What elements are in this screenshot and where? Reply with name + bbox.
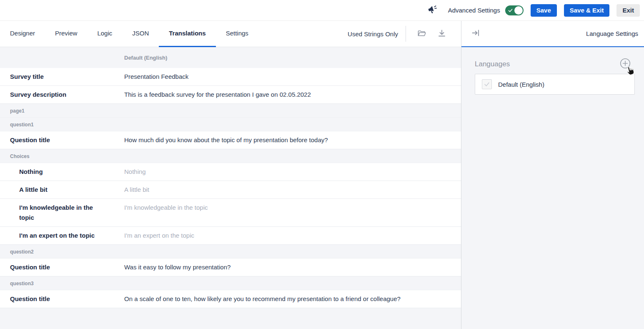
translation-row: I'm knowledgeable in the topicI'm knowle… [0,199,461,227]
group-row: question2 [0,245,461,259]
announcement-button[interactable] [427,4,438,16]
translation-value-input[interactable]: Nothing [114,163,461,181]
group-row: Choices [0,149,461,163]
add-language-button[interactable] [620,58,631,70]
toggle-knob [514,6,523,15]
language-settings-sidebar: Language Settings Languages Default (Eng… [461,21,644,329]
folder-icon [417,28,427,40]
translation-string-label: A little bit [0,181,114,198]
languages-title: Languages [475,60,510,68]
translation-value-input[interactable]: Presentation Feedback [114,68,461,85]
language-checkbox[interactable] [482,79,492,89]
languages-header-row: Languages [475,58,635,70]
main-panel: DesignerPreviewLogicJSONTranslationsSett… [0,21,461,329]
toolbar-divider [406,26,406,42]
translation-value-input[interactable]: A little bit [114,181,461,198]
export-csv-button[interactable] [432,28,452,40]
plus-circle-icon [620,58,631,70]
exit-button[interactable]: Exit [616,4,640,17]
megaphone-icon [427,4,438,16]
tab-bar-tabs: DesignerPreviewLogicJSONTranslationsSett… [0,21,258,47]
translation-value-input[interactable]: I'm an expert on the topic [114,227,461,244]
group-row: page1 [0,104,461,118]
language-item[interactable]: Default (English) [475,74,634,94]
tab-designer[interactable]: Designer [0,21,45,47]
translation-value-input[interactable]: On a scale of one to ten, how likely are… [114,290,461,308]
translation-value-input[interactable]: How much did you know about the topic of… [114,131,461,149]
sidebar-header: Language Settings [461,21,644,47]
translation-string-label: Survey title [0,68,114,85]
used-strings-only-button[interactable]: Used Strings Only [348,30,398,38]
group-row: question3 [0,276,461,290]
translation-value-input[interactable]: Was it easy to follow my presentation? [114,259,461,276]
translation-row: I'm an expert on the topicI'm an expert … [0,227,461,245]
translation-string-label: I'm knowledgeable in the topic [0,199,114,226]
language-list: Default (English) [475,74,635,95]
translation-string-label: I'm an expert on the topic [0,227,114,244]
tab-json[interactable]: JSON [122,21,159,47]
advanced-settings-toggle[interactable] [505,5,524,15]
tab-translations[interactable]: Translations [159,21,216,47]
translation-row: Question titleOn a scale of one to ten, … [0,290,461,308]
translation-row: Survey titlePresentation Feedback [0,68,461,86]
check-icon [508,8,513,13]
arrow-to-bar-icon [471,28,481,39]
translation-row: Survey descriptionThis is a feedback sur… [0,86,461,104]
translation-row: Question titleHow much did you know abou… [0,131,461,149]
locale-column-header: Default (English) [114,49,461,67]
translation-value-input[interactable]: This is a feedback survey for the presen… [114,86,461,103]
tab-preview[interactable]: Preview [45,21,87,47]
tab-settings[interactable]: Settings [216,21,258,47]
advanced-settings-label: Advanced Settings [448,7,500,14]
table-header-row: Default (English) [0,47,461,68]
translation-string-label: Question title [0,259,114,276]
language-item-label: Default (English) [498,81,544,88]
collapse-panel-button[interactable] [471,28,481,39]
translation-value-input[interactable]: I'm knowledgeable in the topic [114,199,461,216]
save-button[interactable]: Save [531,4,557,17]
translation-row: NothingNothing [0,163,461,181]
check-icon [484,81,490,88]
sidebar-body: Languages Default (English) [461,47,644,95]
save-and-exit-button[interactable]: Save & Exit [564,4,610,17]
sidebar-title: Language Settings [586,30,638,37]
translation-row: A little bitA little bit [0,181,461,199]
translation-string-label: Question title [0,290,114,308]
group-row: question1 [0,118,461,131]
tab-bar: DesignerPreviewLogicJSONTranslationsSett… [0,21,461,47]
translations-toolbar: Used Strings Only [348,21,461,47]
translation-row: Question titleWas it easy to follow my p… [0,259,461,276]
translation-string-label: Question title [0,131,114,149]
translation-table: Default (English) Survey titlePresentati… [0,47,461,329]
tab-logic[interactable]: Logic [87,21,122,47]
header-spacer [0,54,114,61]
content-area: DesignerPreviewLogicJSONTranslationsSett… [0,21,644,329]
top-toolbar: Advanced Settings Save Save & Exit Exit [0,0,644,21]
import-csv-button[interactable] [412,28,432,40]
translation-string-label: Nothing [0,163,114,181]
download-icon [437,28,447,40]
translation-string-label: Survey description [0,86,114,103]
